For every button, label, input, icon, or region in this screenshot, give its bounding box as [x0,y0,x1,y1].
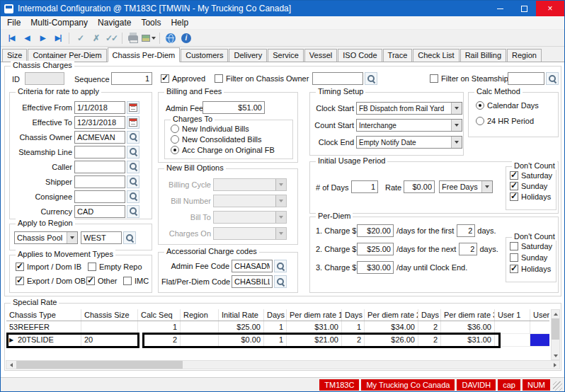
sunday-checkbox[interactable] [510,182,518,190]
tab-check-list[interactable]: Check List [413,49,459,62]
imc-checkbox[interactable] [123,277,132,285]
calendar-icon[interactable] [127,101,139,114]
scroll-down-button[interactable] [551,352,560,359]
num-days-field[interactable] [351,180,378,193]
grid-cell[interactable]: $34.00 [365,321,418,333]
grid-cell[interactable] [81,321,138,333]
chassis-owner-field[interactable] [74,131,125,144]
search-icon[interactable] [123,231,136,244]
charge-3-amount-field[interactable] [357,261,394,274]
approved-checkbox[interactable] [161,74,169,83]
search-icon[interactable] [546,72,559,85]
tab-vessel[interactable]: Vessel [304,49,337,62]
calendar-icon[interactable] [127,116,139,129]
flat-per-diem-code-field[interactable] [232,275,273,288]
search-icon[interactable] [127,190,139,203]
web-button[interactable] [164,31,178,45]
cancel-button[interactable]: ✗ [89,31,103,45]
grid-cell[interactable]: 1 [138,321,181,333]
vertical-scrollbar[interactable] [551,309,560,360]
grid-header-cell[interactable]: Per diem rate 2 [365,309,418,321]
approve-button[interactable]: ✓✓ [104,31,118,45]
filter-steamship-field[interactable] [508,72,544,85]
region-field[interactable] [81,231,122,244]
menu-multi-company[interactable]: Multi-Company [25,16,93,29]
tab-container-per-diem[interactable]: Container Per-Diem [28,49,106,62]
search-icon[interactable] [127,146,139,158]
search-icon[interactable] [127,205,139,218]
tab-customers[interactable]: Customers [181,49,228,62]
search-icon[interactable] [127,175,139,188]
vertical-scrollbar-thumb[interactable] [552,318,559,340]
scroll-left-button[interactable] [6,361,16,369]
charge-1-amount-field[interactable] [357,224,394,237]
holidays-checkbox[interactable] [510,265,518,273]
new-individual-bills-radio[interactable] [171,125,179,133]
sunday-checkbox[interactable] [510,253,518,262]
tab-size[interactable]: Size [2,49,27,62]
first-record-button[interactable]: |◀ [4,31,18,45]
charge-1-days-field[interactable] [457,224,475,237]
shipper-field[interactable] [74,175,125,188]
grid-header-cell[interactable]: Calc Seq [138,309,181,321]
effective-to-field[interactable] [74,116,125,129]
search-icon[interactable] [274,260,287,272]
grid-cell[interactable] [495,321,530,333]
grid-cell[interactable]: $25.00 [219,321,264,333]
grid-cell[interactable] [181,321,219,333]
grid-header-cell[interactable]: User 1 [495,309,530,321]
export-dom-ob-checkbox[interactable] [16,277,24,285]
caller-field[interactable] [74,161,125,173]
search-icon[interactable] [127,131,139,144]
info-button[interactable]: i [179,31,193,45]
charge-2-days-field[interactable] [459,243,477,255]
menu-help[interactable]: Help [166,16,193,29]
calendar-days-radio[interactable] [476,101,484,110]
grid-cell[interactable]: $36.00 [441,321,495,333]
acc-charge-original-fb-radio[interactable] [171,146,179,154]
grid-cell[interactable]: $31.00 [287,321,342,333]
horizontal-scrollbar[interactable] [6,360,560,369]
grid-header-cell[interactable]: Region [181,309,219,321]
minimize-button[interactable] [488,1,512,16]
admin-fee-code-field[interactable] [232,260,273,272]
menu-tools[interactable]: Tools [136,16,166,29]
export-button[interactable] [142,31,156,45]
clock-start-select[interactable]: FB Dispatch from Rail Yard [356,102,462,115]
resize-grip[interactable] [553,381,562,391]
print-button[interactable] [126,31,140,45]
menu-file[interactable]: File [2,16,25,29]
region-mode-select[interactable]: Chassis Pool [14,231,78,244]
save-button[interactable]: ✓ [73,31,87,45]
grid-header-cell[interactable]: Per diem rate 3 [441,309,495,321]
saturday-checkbox[interactable] [510,242,518,250]
prev-record-button[interactable]: ◀ [20,31,34,45]
admin-fee-field[interactable] [202,101,265,114]
grid-header-cell[interactable]: Per diem rate 1 [287,309,342,321]
close-button[interactable]: × [536,1,564,16]
grid-header-cell[interactable]: Days [342,309,365,321]
grid-cell[interactable]: 53REEFER [6,321,81,333]
grid-cell[interactable]: 1 [342,321,365,333]
grid-cell[interactable]: 1 [264,321,287,333]
tab-rail-billing[interactable]: Rail Billing [460,49,506,62]
clock-end-select[interactable]: Empty Notify Date [356,136,462,149]
new-consolidated-bills-radio[interactable] [171,135,179,144]
other-checkbox[interactable] [86,277,95,285]
maximize-button[interactable] [512,1,536,16]
grid-header-cell[interactable]: Chassis Size [81,309,138,321]
tab-delivery[interactable]: Delivery [229,49,267,62]
search-icon[interactable] [127,161,139,173]
rate-field[interactable] [404,180,435,193]
consignee-field[interactable] [74,190,125,203]
filter-steamship-checkbox[interactable] [430,74,438,83]
grid-cell[interactable] [530,321,549,333]
menu-navigate[interactable]: Navigate [93,16,136,29]
grid-header-cell[interactable]: Initial Rate [219,309,264,321]
grid-cell[interactable]: 2 [418,321,441,333]
filter-chassis-owner-checkbox[interactable] [215,74,223,83]
tab-service[interactable]: Service [268,49,304,62]
sequence-field[interactable] [111,72,152,85]
grid-header-cell[interactable]: Days [264,309,287,321]
saturday-checkbox[interactable] [510,171,518,180]
